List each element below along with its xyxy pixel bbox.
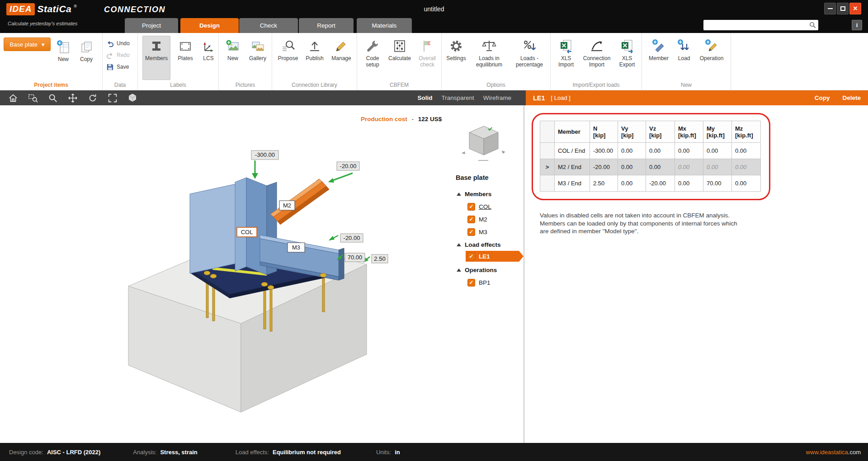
cell-member[interactable]: M3 / End [555, 175, 590, 192]
close-button[interactable]: × [849, 3, 861, 14]
copy-load-button[interactable]: Copy [815, 94, 830, 101]
xls-export-icon [619, 38, 635, 54]
3d-viewport[interactable]: -300.00 -20.00 -20.00 70.00 2.50 M2 [0, 105, 523, 443]
minimize-button[interactable] [824, 3, 836, 14]
tree-section-load-effects[interactable]: Load effects [452, 239, 524, 250]
new-operation-icon [703, 38, 720, 54]
cell-vy[interactable]: 0.00 [618, 159, 646, 175]
new-project-item-button[interactable]: New [52, 37, 74, 63]
tree-item-m3[interactable]: ✓ M3 [452, 226, 524, 237]
settings-button[interactable]: Settings [443, 36, 469, 62]
picture-gallery-button[interactable]: Gallery [246, 36, 269, 62]
cell-mz[interactable]: 0.00 [732, 175, 761, 192]
cell-n[interactable]: -20.00 [590, 159, 618, 175]
calculate-button[interactable]: Calculate [386, 36, 413, 62]
cell-n[interactable]: 2.50 [590, 175, 618, 192]
xls-import-button[interactable]: XLS Import [552, 36, 580, 69]
tree-section-operations[interactable]: Operations [452, 264, 524, 275]
connection-import-button[interactable]: Connection Import [580, 36, 613, 69]
zoom-button[interactable] [46, 92, 60, 104]
tree-item-bp1[interactable]: ✓ BP1 [452, 277, 524, 288]
tab-design[interactable]: Design [180, 18, 239, 33]
member-tag-col[interactable]: COL [237, 227, 257, 237]
zoom-window-button[interactable] [26, 92, 40, 104]
view-cube-button[interactable] [126, 92, 139, 104]
panel-divider[interactable] [524, 105, 524, 443]
tab-materials[interactable]: Materials [357, 18, 412, 33]
loads-percentage-button[interactable]: Loads - percentage [509, 36, 549, 69]
publish-upload-icon [307, 38, 323, 54]
new-operation-button[interactable]: Operation [696, 36, 727, 62]
selector-column-header [540, 121, 555, 143]
cell-member[interactable]: COL / End [555, 143, 590, 159]
mode-transparent[interactable]: Transparent [441, 94, 474, 101]
cell-vz[interactable]: 0.00 [646, 159, 675, 175]
cell-vz[interactable]: -20.00 [646, 175, 675, 192]
tab-project[interactable]: Project [125, 18, 178, 33]
search-input[interactable] [703, 20, 809, 30]
ribbon-group-new: Member Load Operation New [642, 33, 731, 90]
cell-mx[interactable]: 0.00 [675, 143, 703, 159]
xls-export-button[interactable]: XLS Export [614, 36, 640, 69]
cell-mz[interactable]: 0.00 [732, 143, 761, 159]
cell-vy[interactable]: 0.00 [618, 143, 646, 159]
project-item-dropdown[interactable]: Base plate ▾ [4, 38, 51, 51]
cell-mx[interactable]: 0.00 [675, 175, 703, 192]
cell-vz[interactable]: 0.00 [646, 143, 675, 159]
column-header-mz: Mz[kip.ft] [732, 121, 761, 143]
labels-members-button[interactable]: Members [142, 36, 170, 80]
overall-check-button[interactable]: Overall check [414, 36, 440, 69]
tab-check[interactable]: Check [239, 18, 298, 33]
checkbox-checked-icon[interactable]: ✓ [467, 203, 475, 211]
checkbox-checked-icon[interactable]: ✓ [467, 228, 475, 236]
navigation-cube[interactable] [462, 126, 505, 160]
code-setup-button[interactable]: Code setup [360, 36, 385, 69]
library-propose-button[interactable]: Propose [275, 36, 301, 62]
undo-button[interactable]: Undo [106, 38, 130, 48]
collapse-triangle-icon [457, 243, 461, 246]
new-member-button[interactable]: Member [646, 36, 672, 62]
pan-button[interactable] [66, 92, 80, 104]
copy-project-item-button[interactable]: Copy [75, 37, 98, 63]
delete-load-button[interactable]: Delete [842, 94, 861, 101]
loads-in-equilibrium-button[interactable]: Loads in equilibrium [470, 36, 509, 69]
website-link[interactable]: www.ideastatica.com [806, 449, 861, 456]
tree-item-col[interactable]: ✓ COL [452, 201, 524, 212]
new-load-button[interactable]: Load [673, 36, 695, 62]
library-manage-button[interactable]: Manage [328, 36, 354, 62]
mode-solid[interactable]: Solid [417, 94, 432, 101]
redo-button[interactable]: Redo [106, 50, 130, 60]
library-publish-button[interactable]: Publish [302, 36, 327, 62]
mode-wireframe[interactable]: Wireframe [483, 94, 511, 101]
row-selector-active[interactable]: > [540, 159, 555, 175]
checkbox-checked-icon[interactable]: ✓ [467, 279, 475, 287]
info-button[interactable]: i [852, 20, 862, 30]
xls-import-icon [558, 38, 574, 54]
cell-my[interactable]: 0.00 [703, 143, 732, 159]
member-tag-m2[interactable]: M2 [279, 201, 295, 210]
tree-item-m2[interactable]: ✓ M2 [452, 214, 524, 225]
labels-lcs-button[interactable]: LCS [199, 36, 217, 80]
fit-view-button[interactable] [106, 92, 119, 104]
save-button[interactable]: Save [106, 62, 129, 72]
dimension-label-m2-axial: -20.00 [337, 162, 359, 170]
maximize-button[interactable] [837, 3, 849, 14]
cell-vy[interactable]: 0.00 [618, 175, 646, 192]
tab-report[interactable]: Report [299, 18, 354, 33]
checkbox-checked-icon[interactable]: ✓ [467, 216, 475, 223]
tree-section-members[interactable]: Members [452, 188, 524, 199]
row-selector[interactable] [540, 175, 555, 192]
rotate-button[interactable] [86, 92, 99, 104]
cell-member[interactable]: M2 / End [555, 159, 590, 175]
member-tag-m3[interactable]: M3 [288, 243, 305, 252]
row-selector[interactable] [540, 143, 555, 159]
picture-new-button[interactable]: New [222, 36, 244, 62]
home-view-button[interactable] [6, 92, 20, 104]
cell-n[interactable]: -300.00 [590, 143, 618, 159]
tree-item-le1[interactable]: ✓ LE1 [466, 251, 519, 262]
viewport-toolbar: Solid Transparent Wireframe [0, 90, 526, 105]
checkbox-checked-icon[interactable]: ✓ [467, 253, 475, 260]
cell-my[interactable]: 70.00 [703, 175, 732, 192]
labels-plates-button[interactable]: Plates [173, 36, 198, 80]
design-code-value: AISC - LRFD (2022) [47, 449, 100, 456]
